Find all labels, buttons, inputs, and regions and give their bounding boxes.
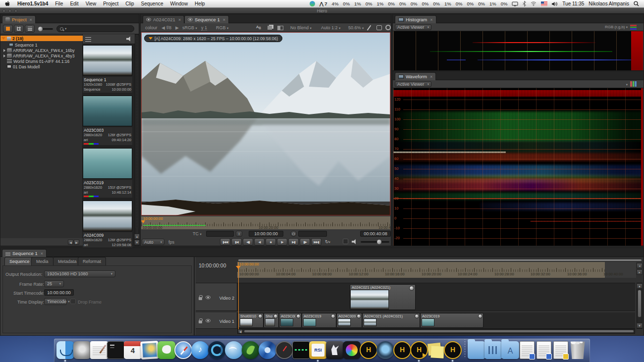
close-icon[interactable]: ×: [223, 17, 225, 22]
menu-clip[interactable]: Clip: [125, 1, 134, 6]
menu-window[interactable]: Window: [170, 1, 188, 6]
ruler-scroll-right-button[interactable]: ▸: [637, 269, 643, 275]
gamma-value[interactable]: γ 1: [201, 25, 207, 31]
channels-dropdown[interactable]: RGB ▾: [216, 25, 228, 30]
waveform-source-dropdown[interactable]: Active Viewer▾: [395, 81, 431, 87]
out-point-field[interactable]: [298, 231, 327, 237]
dock-iphoto[interactable]: [141, 341, 158, 359]
histogram-mode-dropdown[interactable]: RGB (r,g,b) ▾: [605, 25, 628, 29]
dock-terminal[interactable]: [107, 341, 124, 359]
disclosure-closed-icon[interactable]: [3, 49, 5, 52]
clip-thumbnail[interactable]: [83, 96, 132, 126]
in-point-field[interactable]: [206, 231, 234, 237]
goto-end-button[interactable]: [311, 238, 322, 246]
dock-hiero-2[interactable]: H: [394, 341, 411, 359]
dock-folder-documents[interactable]: [468, 341, 485, 359]
viewer-image-area[interactable]: [A] A024C009: 2880 x 1620 – 25 FPS – 10:…: [141, 32, 390, 215]
fps-dropdown[interactable]: Auto▾: [142, 239, 164, 245]
scroll-left-button[interactable]: ◀: [238, 329, 243, 333]
clip-thumbnail[interactable]: [83, 148, 132, 179]
dock-time-machine[interactable]: [74, 341, 91, 359]
timeline-clip-a023c003[interactable]: A023C003: [279, 313, 302, 328]
timeline-zoom-bar[interactable]: [238, 259, 642, 261]
timeline-clip-shot0010[interactable]: Shot0010: [238, 313, 264, 328]
dock-quicktime[interactable]: [209, 341, 225, 359]
tab-sequence1-viewer[interactable]: Sequence 1×: [184, 15, 229, 23]
proxy-dropdown[interactable]: Auto 1:2 ▾: [321, 25, 340, 30]
window-close-button[interactable]: [2, 9, 5, 12]
sync-status-icon[interactable]: [310, 1, 315, 6]
ab-compare-icon[interactable]: AB: [256, 25, 261, 30]
view-list-button[interactable]: [25, 25, 35, 33]
thumbnail-size-slider[interactable]: [38, 28, 53, 30]
timeline-clip-a023c019[interactable]: A023C019: [302, 313, 336, 328]
viewer-scrub-bar[interactable]: 10:00:00:00 10:00:00:00 10:00:20:00 10:0…: [141, 216, 390, 229]
thumb-scrollbar[interactable]: ▲ ▼: [135, 34, 139, 246]
step-back-button[interactable]: [243, 238, 253, 246]
tab-histogram[interactable]: Histogram×: [395, 15, 436, 23]
layers-icon[interactable]: [268, 26, 272, 30]
dock-openoffice[interactable]: [225, 341, 242, 359]
timeline-clip-shot0008[interactable]: Shot0008: [264, 313, 279, 328]
tree-scroll-left-button[interactable]: ◀: [68, 240, 73, 245]
track-video1-header[interactable]: Video 1: [196, 312, 237, 328]
menu-sequence[interactable]: Sequence: [141, 1, 163, 6]
histogram-source-dropdown[interactable]: Active Viewer▾: [395, 24, 431, 30]
tree-item-das-modell[interactable]: 01 Das Modell: [0, 64, 83, 69]
scrollbar-thumb[interactable]: [638, 290, 642, 317]
viewer-playhead[interactable]: [141, 220, 145, 223]
safe-area-icon[interactable]: [376, 25, 382, 30]
menu-user[interactable]: Nikolaos Almpanis: [589, 1, 629, 6]
timeline-clip-a024c009[interactable]: A024C009: [336, 313, 362, 328]
dock-stickies[interactable]: [428, 341, 444, 359]
dock-hiero-player[interactable]: H: [411, 341, 428, 359]
dock-hiero-1[interactable]: H: [360, 341, 377, 359]
display-menu-icon[interactable]: [512, 1, 518, 6]
menu-app-name[interactable]: Hiero1.5v1b4: [17, 1, 48, 6]
next-edit-button[interactable]: [300, 238, 310, 246]
clip-thumbnail[interactable]: [83, 201, 132, 231]
play-button[interactable]: [277, 238, 287, 246]
dock-textedit[interactable]: [91, 341, 107, 359]
close-icon[interactable]: ×: [41, 251, 43, 256]
ruler-scroll-left-button[interactable]: ◂: [637, 263, 643, 268]
mute-checkbox[interactable]: [343, 239, 348, 244]
set-in-button[interactable]: I: [236, 231, 242, 237]
dock-rsiguard[interactable]: RSI: [310, 341, 326, 359]
tree-item-arriraw-4by3[interactable]: ARRIRAW_ALEXA_FW4.x_4by3: [0, 53, 83, 58]
tab-project[interactable]: Project×: [2, 15, 36, 23]
current-timecode-field[interactable]: 10:00:00:00: [249, 231, 283, 237]
tab-waveform[interactable]: Waveform×: [395, 72, 436, 80]
step-forward-button[interactable]: [288, 238, 299, 246]
wifi-icon[interactable]: [531, 1, 537, 6]
eye-icon[interactable]: [206, 296, 211, 299]
play-backward-button[interactable]: [254, 238, 265, 246]
tree-item-arriraw-16by[interactable]: ARRIRAW_ALEXA_FW4.x_16by: [0, 48, 83, 53]
timeline-playhead[interactable]: [238, 262, 239, 329]
tab-a024c021[interactable]: A024C021×: [143, 15, 184, 23]
view-large-grid-button[interactable]: [3, 25, 13, 33]
tree-item-sequence[interactable]: Sequence 1: [0, 42, 83, 48]
apple-menu-icon[interactable]: [5, 1, 10, 7]
prev-edit-button[interactable]: [231, 238, 242, 246]
timeline-clip-a023c019-2[interactable]: A023C019: [420, 313, 483, 328]
menu-file[interactable]: File: [55, 1, 63, 6]
volume-slider[interactable]: [361, 241, 389, 243]
menu-clock[interactable]: Tue 11:35: [562, 1, 584, 6]
gain-value[interactable]: f/8: [166, 25, 171, 30]
time-display-dropdown[interactable]: Timecode▾: [44, 298, 67, 305]
volume-knob[interactable]: [377, 240, 381, 244]
goto-start-button[interactable]: [220, 238, 230, 246]
dock-r-app[interactable]: [242, 341, 259, 359]
window-title-bar[interactable]: Hiero: [0, 8, 644, 14]
volume-menu-icon[interactable]: [552, 1, 558, 6]
gain-decrement-icon[interactable]: ◀: [161, 25, 165, 30]
start-timecode-field[interactable]: 10:00:00:00: [44, 289, 74, 296]
menu-edit[interactable]: Edit: [70, 1, 78, 6]
scroll-up-button[interactable]: ▲: [134, 234, 140, 239]
loop-mode-button[interactable]: ↻▾: [325, 239, 330, 244]
dock-itunes[interactable]: [192, 341, 209, 359]
duration-field[interactable]: 00:00:40:08: [360, 231, 391, 237]
close-icon[interactable]: ×: [430, 74, 432, 79]
window-minimize-button[interactable]: [8, 9, 11, 12]
